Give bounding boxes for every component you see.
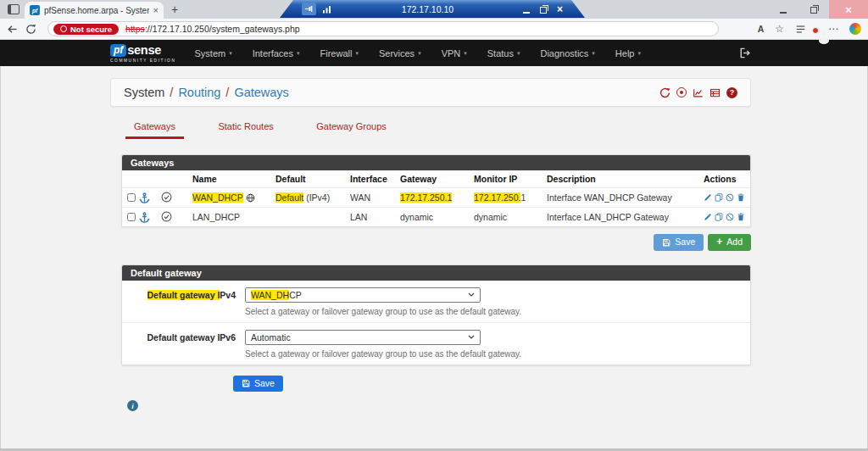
nav-item-services[interactable]: Services▾ (369, 48, 431, 58)
favorites-hub-icon[interactable] (795, 24, 806, 35)
table-row: WAN_DHCP Default (IPv4) WAN 172.17.250.1… (122, 188, 750, 208)
read-aloud-icon[interactable]: A (758, 24, 765, 34)
logout-button[interactable] (738, 47, 751, 59)
chevron-down-icon: ▾ (464, 50, 467, 57)
chevron-down-icon: ▾ (517, 50, 520, 57)
rdp-pin-button[interactable] (302, 3, 316, 15)
save-icon (242, 379, 250, 387)
breadcrumb-link-routing[interactable]: Routing (178, 86, 220, 99)
gateway-name: WAN_DHCP (192, 192, 243, 203)
nav-item-status[interactable]: Status▾ (477, 48, 531, 58)
help-icon[interactable]: ? (726, 87, 737, 98)
tab-gateways[interactable]: Gateways (125, 118, 184, 139)
save-icon (662, 238, 670, 247)
chevron-down-icon: ▾ (355, 50, 359, 57)
delete-icon[interactable] (737, 212, 745, 222)
table-row: LAN_DHCP LAN dynamic dynamic Interface L… (122, 208, 750, 227)
url-scheme: https (125, 24, 145, 34)
col-interface: Interface (345, 170, 395, 188)
url-text: https://172.17.10.250/system_gateways.ph… (125, 24, 299, 34)
gateway-address: dynamic (395, 208, 469, 227)
window-minimize-button[interactable] (768, 0, 798, 19)
not-secure-badge[interactable]: Not secure (53, 24, 119, 35)
chevron-down-icon: ▾ (297, 50, 300, 57)
row-select-checkbox[interactable] (127, 193, 136, 202)
rdp-restore-button[interactable] (540, 7, 547, 14)
ipv4-help-text: Select a gateway or failover gateway gro… (245, 307, 521, 316)
gateway-address: 172.17.250.1 (400, 192, 452, 203)
not-secure-label: Not secure (70, 25, 112, 34)
pfsense-logo[interactable]: pf sense COMMUNITY EDITION (110, 44, 175, 63)
tab-gateway-groups[interactable]: Gateway Groups (308, 118, 395, 136)
refresh-page-icon[interactable] (659, 87, 670, 98)
panel-title: Default gateway (122, 265, 750, 281)
gateway-status-icon (161, 192, 172, 203)
breadcrumb-section: System (124, 86, 164, 99)
disable-icon[interactable] (726, 192, 734, 203)
chevron-down-icon (468, 292, 475, 297)
browser-tab[interactable]: pf pfSense.home.arpa - System: Rou × (25, 2, 164, 19)
ipv4-gateway-select[interactable]: WAN_DHCP (245, 287, 481, 303)
url-rest: ://172.17.10.250/system_gateways.php (145, 24, 300, 34)
tab-close-icon[interactable]: × (153, 6, 159, 15)
save-default-gateway-button[interactable]: Save (233, 376, 283, 393)
edit-icon[interactable] (704, 212, 712, 222)
logo-name: sense (127, 44, 161, 57)
page-body: System / Routing / Gateways ? Gateways S… (0, 66, 868, 411)
new-tab-button[interactable]: + (171, 3, 178, 15)
copilot-icon[interactable] (849, 23, 861, 35)
nav-item-help[interactable]: Help▾ (605, 48, 651, 58)
add-button[interactable]: + Add (708, 234, 751, 251)
panel-title: Gateways (122, 155, 750, 170)
col-monitor-ip: Monitor IP (469, 170, 542, 188)
ipv6-gateway-select[interactable]: Automatic (245, 330, 481, 345)
nav-item-system[interactable]: System▾ (184, 48, 242, 58)
breadcrumb: System / Routing / Gateways ? (110, 78, 751, 107)
anchor-icon[interactable] (139, 212, 150, 223)
logo-edition: COMMUNITY EDITION (110, 58, 175, 63)
back-button[interactable] (7, 24, 18, 35)
copy-icon[interactable] (715, 212, 723, 222)
rdp-minimize-button[interactable] (523, 5, 530, 14)
default-flag: Default (275, 192, 303, 203)
gateway-interface: WAN (345, 188, 395, 208)
delete-icon[interactable] (737, 192, 745, 203)
monitor-graph-icon[interactable] (693, 87, 704, 98)
col-gateway: Gateway (395, 170, 469, 188)
edit-icon[interactable] (704, 192, 712, 203)
status-record-icon[interactable] (676, 87, 687, 97)
refresh-button[interactable] (25, 24, 36, 35)
window-close-button[interactable]: × (829, 0, 868, 19)
save-button[interactable]: Save (654, 234, 704, 251)
ipv4-label: Default gateway IPv4 (122, 287, 236, 319)
breadcrumb-link-gateways[interactable]: Gateways (234, 86, 288, 99)
col-default: Default (270, 170, 345, 188)
plus-icon: + (716, 238, 722, 247)
row-select-checkbox[interactable] (127, 213, 136, 221)
more-menu-icon[interactable]: ⋯ (828, 23, 838, 35)
nav-item-vpn[interactable]: VPN▾ (431, 48, 477, 58)
nav-item-firewall[interactable]: Firewall▾ (310, 48, 369, 58)
rdp-address: 172.17.10.10 (338, 4, 517, 14)
rdp-close-button[interactable]: × (557, 4, 563, 14)
tab-static-routes[interactable]: Static Routes (209, 118, 281, 136)
anchor-icon[interactable] (139, 192, 150, 203)
pfsense-favicon-icon: pf (30, 5, 40, 15)
nav-item-diagnostics[interactable]: Diagnostics▾ (530, 48, 604, 58)
address-bar[interactable]: Not secure https://172.17.10.250/system_… (47, 21, 719, 36)
disable-icon[interactable] (726, 212, 734, 222)
favorites-star-icon[interactable]: ☆ (775, 23, 784, 35)
nav-item-interfaces[interactable]: Interfaces▾ (242, 48, 310, 58)
restore-icon (810, 7, 817, 14)
gateway-status-icon (161, 211, 172, 222)
table-header-row: Name Default Interface Gateway Monitor I… (122, 170, 750, 188)
form-row-ipv6: Default gateway IPv6 Automatic Select a … (122, 322, 750, 365)
copy-icon[interactable] (715, 192, 723, 203)
gateway-interface: LAN (345, 208, 395, 227)
toolbar-icons: A ☆ ⋯ (758, 23, 861, 35)
tab-actions-button[interactable] (4, 1, 23, 18)
breadcrumb-separator: / (170, 86, 173, 99)
log-table-icon[interactable] (709, 87, 721, 98)
window-restore-button[interactable] (798, 0, 829, 19)
chevron-down-icon: ▾ (637, 50, 641, 57)
